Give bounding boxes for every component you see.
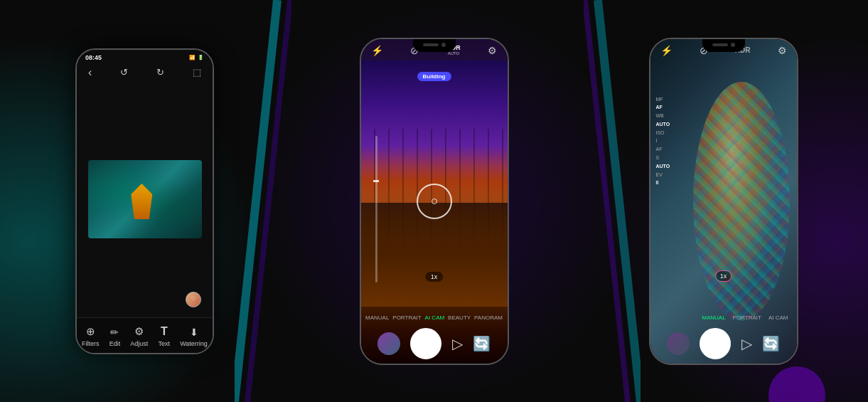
phone3-shutter-bar: ▷ 🔄 — [650, 328, 797, 359]
phone3-notch — [702, 39, 745, 52]
phone1-frame: 08:45 📶 🔋 ‹ ↺ ↻ ⬚ — [75, 48, 214, 354]
phone3-mode-portrait[interactable]: PORTRAIT — [733, 314, 761, 321]
phone1-avatar: ♡ — [186, 292, 201, 307]
phone3-gallery-thumb[interactable] — [667, 332, 690, 355]
focus-ring — [417, 184, 452, 219]
phone3-speaker — [712, 43, 728, 46]
sidebar-af2[interactable]: AF — [656, 146, 670, 153]
mode-beauty[interactable]: BEAUTY — [448, 314, 471, 321]
adjust-label: Adjust — [130, 340, 148, 347]
phone3-cam-dot — [731, 43, 735, 47]
shutter-button[interactable] — [410, 328, 441, 359]
waterring-label: Waterring — [180, 340, 208, 347]
waterring-icon: ⬇ — [190, 327, 198, 338]
phone3-mode-bar: MANUAL PORTRAIT AI CAM — [650, 314, 797, 321]
mosaic-pattern — [693, 82, 790, 321]
mode-panorama[interactable]: PANORAM — [474, 314, 503, 321]
phone1-status-icons: 📶 🔋 — [189, 55, 204, 60]
menu-item-edit[interactable]: ✏ Edit — [109, 327, 121, 347]
mode-ai-cam[interactable]: AI CAM — [425, 314, 445, 321]
phone1-panel: 08:45 📶 🔋 ‹ ↺ ↻ ⬚ — [0, 0, 289, 402]
save-icon[interactable]: ⬚ — [193, 67, 201, 78]
menu-item-waterring[interactable]: ⬇ Waterring — [180, 327, 208, 347]
phone1-menu: ⊕ Filters ✏ Edit ⚙ Adjust T — [77, 325, 213, 347]
phone1-status-bar: 08:45 📶 🔋 — [77, 50, 213, 63]
phone3-settings-icon[interactable]: ⚙ — [778, 45, 787, 56]
phone2-speaker — [423, 43, 439, 46]
flash-off-icon[interactable]: ⚡ — [371, 45, 383, 56]
phone3-frame: ⚡ ⊘ HDR ⚙ MF AF WB AUTO ISO I AF S AUTO … — [649, 38, 798, 365]
redo-icon[interactable]: ↻ — [156, 67, 164, 78]
phone3-mode-ai-cam[interactable]: AI CAM — [768, 314, 788, 321]
phone2-notch — [413, 39, 456, 52]
menu-item-adjust[interactable]: ⚙ Adjust — [130, 325, 148, 347]
menu-item-text[interactable]: T Text — [159, 325, 171, 347]
hdr-auto-label: AUTO — [448, 51, 460, 55]
text-label: Text — [159, 340, 171, 347]
phone2-shutter-bar: ▷ 🔄 — [361, 328, 508, 359]
building-tag: Building — [417, 72, 451, 81]
phone3-shutter-button[interactable] — [700, 328, 731, 359]
wifi-icon: 📶 — [189, 55, 195, 60]
phone1-photo — [88, 160, 202, 238]
sidebar-af[interactable]: AF — [656, 104, 670, 111]
zoom-indicator[interactable]: 1x — [425, 272, 444, 282]
avatar-icon: ♡ — [191, 296, 196, 302]
settings-icon[interactable]: ⚙ — [488, 45, 497, 56]
mode-manual[interactable]: MANUAL — [365, 314, 389, 321]
text-icon: T — [161, 325, 168, 338]
phone1-time: 08:45 — [85, 54, 102, 61]
video-mode-icon[interactable]: ▷ — [452, 335, 463, 352]
undo-icon[interactable]: ↺ — [120, 67, 128, 78]
sidebar-iso-val[interactable]: I — [656, 137, 670, 144]
back-icon[interactable]: ‹ — [88, 66, 92, 79]
edit-icon: ✏ — [110, 327, 119, 338]
phone3-notch-cam — [712, 43, 735, 47]
edit-label: Edit — [109, 340, 121, 347]
phone3-mode-manual[interactable]: MANUAL — [702, 314, 725, 321]
filters-icon: ⊕ — [86, 325, 95, 338]
phone3-flip-icon[interactable]: 🔄 — [762, 335, 780, 352]
battery-icon: 🔋 — [198, 55, 204, 60]
phones-container: 08:45 📶 🔋 ‹ ↺ ↻ ⬚ — [0, 0, 868, 402]
manual-sidebar: MF AF WB AUTO ISO I AF S AUTO EV 0 — [656, 96, 670, 187]
phone2-cam-dot — [441, 43, 446, 47]
phone1-bottom-panel: ⊕ Filters ✏ Edit ⚙ Adjust T — [77, 317, 213, 353]
phone1-toolbar: ‹ ↺ ↻ ⬚ — [77, 63, 213, 82]
phone3-zoom[interactable]: 1x — [715, 270, 732, 282]
mode-portrait[interactable]: PORTRAIT — [392, 314, 421, 321]
phone1-image-area: ♡ — [77, 82, 213, 317]
phone3-panel: ⚡ ⊘ HDR ⚙ MF AF WB AUTO ISO I AF S AUTO … — [579, 0, 868, 402]
phone3-subject — [693, 82, 790, 321]
phone3-flash-icon[interactable]: ⚡ — [660, 45, 673, 56]
phone1-inner: 08:45 📶 🔋 ‹ ↺ ↻ ⬚ — [77, 50, 213, 353]
sidebar-mf[interactable]: MF — [656, 96, 670, 103]
menu-item-filters[interactable]: ⊕ Filters — [82, 325, 100, 347]
sidebar-auto-wb[interactable]: AUTO — [656, 121, 670, 128]
adjust-icon: ⚙ — [134, 325, 144, 338]
phone2-mode-bar: MANUAL PORTRAIT AI CAM BEAUTY PANORAM — [361, 314, 508, 321]
exposure-bar[interactable] — [375, 136, 377, 282]
phone2-notch-cam — [423, 43, 446, 47]
phone2-frame: ⚡ ⊘ HDR AUTO ⚙ Building 1x MANUAL PORTRA… — [360, 38, 509, 365]
sidebar-s[interactable]: S — [656, 154, 670, 162]
phone3-video-icon[interactable]: ▷ — [741, 335, 752, 352]
sidebar-auto-s[interactable]: AUTO — [656, 163, 670, 170]
sidebar-iso[interactable]: ISO — [656, 129, 670, 137]
sidebar-ev[interactable]: EV — [656, 171, 670, 179]
flip-camera-icon[interactable]: 🔄 — [473, 335, 491, 352]
sidebar-ev-val[interactable]: 0 — [656, 179, 670, 186]
filters-label: Filters — [82, 340, 100, 347]
phone2-panel: ⚡ ⊘ HDR AUTO ⚙ Building 1x MANUAL PORTRA… — [289, 0, 579, 402]
gallery-thumbnail[interactable] — [377, 332, 400, 355]
sidebar-wb[interactable]: WB — [656, 112, 670, 120]
